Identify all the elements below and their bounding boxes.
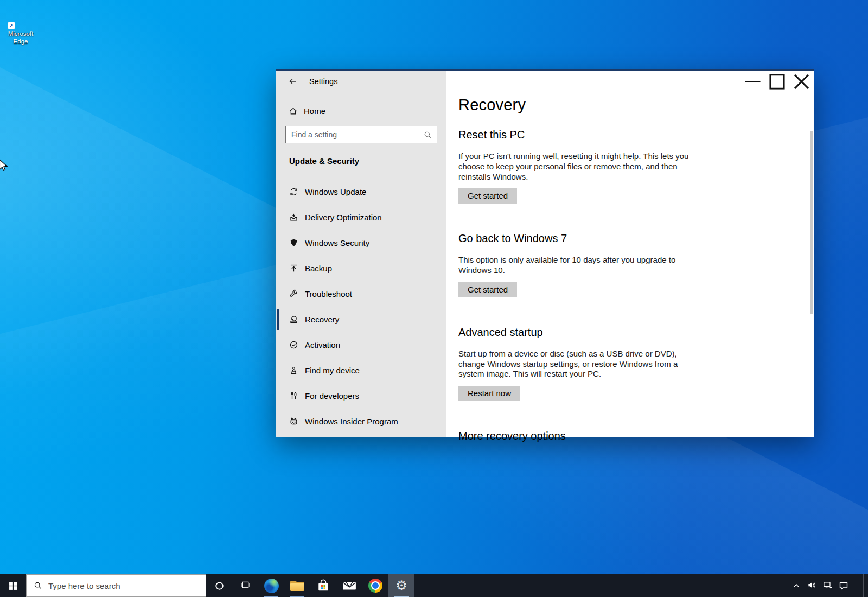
task-view-icon xyxy=(241,581,250,590)
settings-search-input[interactable] xyxy=(291,130,424,139)
page-title: Recovery xyxy=(458,96,814,114)
show-desktop-button[interactable] xyxy=(863,574,868,597)
sidebar-item-windows-security[interactable]: Windows Security xyxy=(276,230,446,256)
cortana-icon xyxy=(215,581,224,590)
sidebar-item-label: Find my device xyxy=(305,366,360,375)
sidebar-item-label: Recovery xyxy=(305,315,339,324)
file-explorer-icon xyxy=(290,581,304,591)
search-icon xyxy=(34,581,42,590)
taskbar-chrome-button[interactable] xyxy=(362,574,388,597)
sidebar-item-label: Windows Security xyxy=(305,238,369,247)
windows-logo-icon xyxy=(9,581,18,590)
sync-icon xyxy=(289,187,298,196)
search-icon xyxy=(424,131,432,139)
sidebar-item-windows-insider-program[interactable]: Windows Insider Program xyxy=(276,409,446,434)
section-description: If your PC isn't running well, resetting… xyxy=(458,151,701,182)
hidden-icons-button[interactable] xyxy=(788,574,804,597)
taskbar-mail-button[interactable] xyxy=(336,574,362,597)
start-button[interactable] xyxy=(0,574,26,597)
section-description: Start up from a device or disc (such as … xyxy=(458,349,701,379)
section-go-back-to-windows-7: Go back to Windows 7This option is only … xyxy=(458,232,814,297)
taskbar-store-button[interactable] xyxy=(310,574,336,597)
sidebar-item-label: Windows Insider Program xyxy=(305,417,398,426)
titlebar: Settings xyxy=(276,71,446,92)
edge-icon xyxy=(264,579,279,593)
section-more-recovery-options: More recovery options xyxy=(458,430,814,442)
activation-icon xyxy=(289,340,298,350)
taskbar-edge-button[interactable] xyxy=(258,574,284,597)
mouse-cursor xyxy=(0,158,11,173)
settings-window: Settings Home Update & Security Windows … xyxy=(276,69,814,437)
caption-buttons xyxy=(741,71,814,92)
close-button[interactable] xyxy=(789,71,814,92)
settings-search-box[interactable] xyxy=(285,126,437,143)
sidebar-item-label: For developers xyxy=(305,391,359,401)
sidebar-item-home[interactable]: Home xyxy=(276,101,446,120)
section-heading: Advanced startup xyxy=(458,326,814,339)
section-description: This option is only available for 10 day… xyxy=(458,255,701,276)
chevron-up-icon xyxy=(792,581,801,590)
maximize-button[interactable] xyxy=(765,71,789,92)
settings-gear-icon xyxy=(395,579,407,592)
recovery-page: Recovery Reset this PCIf your PC isn't r… xyxy=(446,71,814,442)
sidebar-item-label: Backup xyxy=(305,264,332,273)
volume-icon xyxy=(808,581,816,590)
recovery-icon xyxy=(289,315,298,324)
insider-icon xyxy=(289,417,298,426)
backup-icon xyxy=(289,264,298,273)
developers-icon xyxy=(289,391,298,401)
edge-desktop-shortcut[interactable]: Microsoft Edge xyxy=(3,4,38,45)
action-center-icon xyxy=(839,581,848,590)
back-button[interactable] xyxy=(288,77,298,86)
system-tray xyxy=(788,574,868,597)
find-device-icon xyxy=(289,366,298,375)
sidebar-item-label: Activation xyxy=(305,340,340,350)
network-icon xyxy=(824,581,832,590)
mail-icon xyxy=(342,580,356,592)
taskbar-search-box[interactable] xyxy=(26,574,206,597)
microsoft-store-icon xyxy=(317,579,330,592)
content-scrollbar[interactable] xyxy=(810,131,813,314)
sidebar-item-label: Windows Update xyxy=(305,187,366,196)
sidebar-item-recovery[interactable]: Recovery xyxy=(276,307,446,332)
get-started-button[interactable]: Get started xyxy=(458,282,517,297)
sidebar-item-label: Delivery Optimization xyxy=(305,213,382,222)
taskbar-file-explorer-button[interactable] xyxy=(284,574,310,597)
recovery-sections: Reset this PCIf your PC isn't running we… xyxy=(458,129,814,442)
cortana-button[interactable] xyxy=(206,574,232,597)
taskbar-search-input[interactable] xyxy=(48,581,206,590)
sidebar-item-windows-update[interactable]: Windows Update xyxy=(276,179,446,205)
settings-main-pane: Recovery Reset this PCIf your PC isn't r… xyxy=(446,71,814,437)
desktop-wallpaper: Microsoft Edge Settings Home Update & Se… xyxy=(0,0,868,597)
section-reset-this-pc: Reset this PCIf your PC isn't running we… xyxy=(458,129,814,204)
restart-now-button[interactable]: Restart now xyxy=(458,386,520,401)
sidebar-item-delivery-optimization[interactable]: Delivery Optimization xyxy=(276,205,446,230)
section-advanced-startup: Advanced startupStart up from a device o… xyxy=(458,326,814,401)
sidebar-nav: Windows UpdateDelivery OptimizationWindo… xyxy=(276,179,446,434)
minimize-button[interactable] xyxy=(741,71,765,92)
network-button[interactable] xyxy=(820,574,835,597)
wrench-icon xyxy=(289,289,298,298)
window-title: Settings xyxy=(309,77,337,86)
chrome-icon xyxy=(368,579,382,593)
get-started-button[interactable]: Get started xyxy=(458,188,517,204)
action-center-button[interactable] xyxy=(835,574,851,597)
volume-button[interactable] xyxy=(804,574,820,597)
section-heading: More recovery options xyxy=(458,430,814,442)
delivery-icon xyxy=(289,213,298,222)
sidebar-item-for-developers[interactable]: For developers xyxy=(276,383,446,409)
sidebar-item-find-my-device[interactable]: Find my device xyxy=(276,358,446,383)
taskbar-settings-button[interactable] xyxy=(388,574,414,597)
taskbar xyxy=(0,574,868,597)
home-icon xyxy=(289,106,298,116)
shield-icon xyxy=(289,238,298,247)
section-heading: Reset this PC xyxy=(458,129,814,141)
task-view-button[interactable] xyxy=(232,574,258,597)
section-heading: Go back to Windows 7 xyxy=(458,232,814,245)
shortcut-arrow-badge xyxy=(8,22,15,29)
sidebar-section-header: Update & Security xyxy=(289,156,446,166)
sidebar-item-activation[interactable]: Activation xyxy=(276,332,446,358)
sidebar-item-backup[interactable]: Backup xyxy=(276,256,446,281)
sidebar-item-troubleshoot[interactable]: Troubleshoot xyxy=(276,281,446,307)
settings-sidebar: Settings Home Update & Security Windows … xyxy=(276,71,446,437)
